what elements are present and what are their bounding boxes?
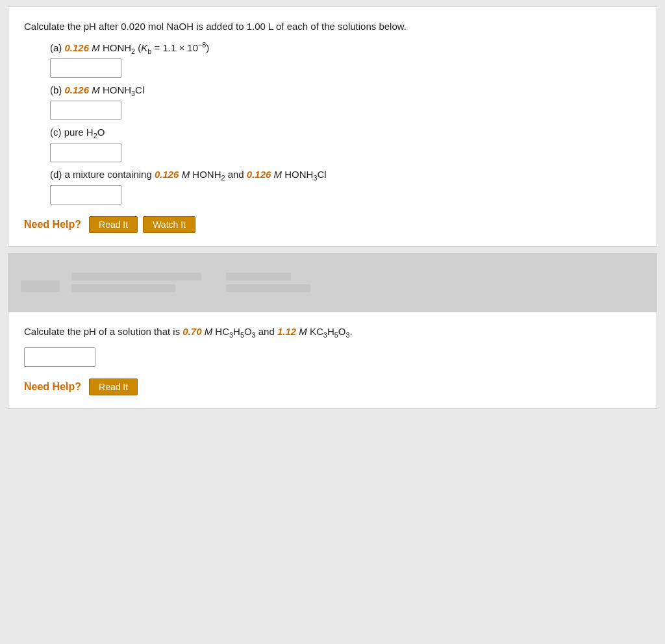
part-c-row: (c) pure H2O [50,127,641,162]
part-b-input[interactable] [50,101,121,120]
part-b-row: (b) 0.126 M HONH3Cl [50,84,641,120]
problem2-input[interactable] [24,347,95,367]
read-it-button-2[interactable]: Read It [89,378,138,395]
problem1-intro: Calculate the pH after 0.020 mol NaOH is… [24,19,641,34]
part-d-label: (d) a mixture containing 0.126 M HONH2 a… [50,169,641,182]
part-a-label: (a) 0.126 M HONH2 (Kb = 1.1 × 10−8) [50,41,641,55]
watch-it-button-1[interactable]: Watch It [143,216,195,233]
problem1-block: Calculate the pH after 0.020 mol NaOH is… [8,6,657,247]
part-a-unit: M [92,42,103,53]
part-d-unit2: M [274,169,285,180]
read-it-button-1[interactable]: Read It [89,216,138,233]
part-c-label: (c) pure H2O [50,127,641,140]
problem2-intro: Calculate the pH of a solution that is 0… [24,324,641,341]
problem2-conc2: 1.12 [277,326,296,337]
need-help-row-2: Need Help? Read It [24,378,641,395]
part-a-row: (a) 0.126 M HONH2 (Kb = 1.1 × 10−8) [50,41,641,78]
blur-block-3 [71,284,175,292]
part-c-input[interactable] [50,143,121,162]
blur-block-4 [226,273,291,280]
problem2-conc1: 0.70 [182,326,201,337]
problem2-unit1: M [205,326,216,337]
need-help-label-1: Need Help? [24,219,81,230]
part-b-label: (b) 0.126 M HONH3Cl [50,84,641,97]
part-d-input[interactable] [50,185,121,204]
part-d-unit1: M [182,169,193,180]
part-b-unit: M [92,84,103,95]
problem2-block: Calculate the pH of a solution that is 0… [8,312,657,409]
part-b-conc: 0.126 [65,84,90,95]
blurred-section [8,253,657,312]
need-help-label-2: Need Help? [24,381,81,393]
part-a-input[interactable] [50,58,121,78]
problem2-unit2: M [299,326,310,337]
blur-block-5 [226,284,310,292]
blur-block-1 [21,280,60,292]
part-d-conc1: 0.126 [155,169,179,180]
blurred-content [21,273,310,292]
part-d-conc2: 0.126 [247,169,271,180]
part-a-conc: 0.126 [65,42,90,53]
need-help-row-1: Need Help? Read It Watch It [24,216,641,233]
part-d-row: (d) a mixture containing 0.126 M HONH2 a… [50,169,641,204]
part-a-kb: (Kb = 1.1 × 10−8) [138,42,209,53]
blur-block-2 [71,273,201,280]
